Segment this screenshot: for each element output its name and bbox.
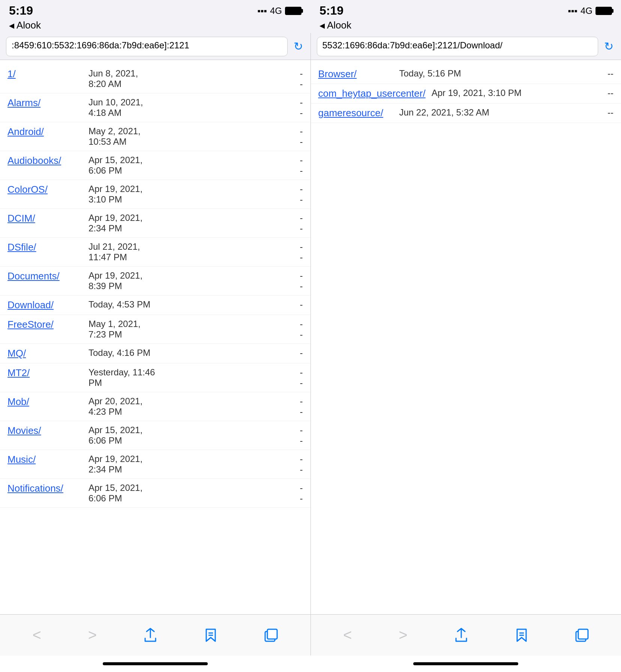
forward-button-right[interactable]: > xyxy=(396,624,410,646)
back-label-left: Alook xyxy=(16,20,41,31)
tabs-button-left[interactable] xyxy=(261,626,281,645)
share-button-right[interactable] xyxy=(452,625,471,646)
file-link[interactable]: ColorOS/ xyxy=(8,184,82,195)
file-date: Jul 21, 2021, 11:47 PM xyxy=(88,242,294,262)
file-link[interactable]: Mob/ xyxy=(8,396,82,408)
time-right: 5:19 xyxy=(320,4,344,18)
chevron-right-icon: ◂ xyxy=(320,19,325,32)
file-link[interactable]: gameresource/ xyxy=(318,107,393,119)
status-bar: 5:19 ▪▪▪ 4G ◂ Alook 5:19 ▪▪▪ 4G ◂ Alook xyxy=(0,0,621,33)
signal-icon-left: ▪▪▪ xyxy=(257,6,267,16)
list-item: MT2/ Yesterday, 11:46 PM - - xyxy=(0,363,310,392)
share-button-left[interactable] xyxy=(141,625,160,646)
file-link[interactable]: Alarms/ xyxy=(8,97,82,109)
file-link[interactable]: MQ/ xyxy=(8,348,82,359)
file-size1: - xyxy=(300,213,303,223)
reload-btn-left[interactable]: ↻ xyxy=(292,38,304,54)
file-date: Apr 19, 2021, 8:39 PM xyxy=(88,270,294,291)
file-size: -- xyxy=(608,107,614,118)
list-item: Documents/ Apr 19, 2021, 8:39 PM - - xyxy=(0,267,310,296)
bookmarks-button-left[interactable] xyxy=(201,625,220,646)
file-size1: - xyxy=(300,319,303,329)
file-link[interactable]: Documents/ xyxy=(8,270,82,282)
file-size1: - xyxy=(300,68,303,79)
file-size1: - xyxy=(300,367,303,378)
file-date: Today, 5:16 PM xyxy=(399,68,602,79)
list-item: MQ/ Today, 4:16 PM - xyxy=(0,344,310,363)
file-size2: - xyxy=(300,464,303,475)
file-date: Jun 8, 2021, 8:20 AM xyxy=(88,68,294,89)
file-link[interactable]: 1/ xyxy=(8,68,82,80)
file-date: Today, 4:16 PM xyxy=(88,348,294,358)
file-size2: - xyxy=(300,108,303,118)
file-date: May 1, 2021, 7:23 PM xyxy=(88,319,294,340)
file-link[interactable]: Movies/ xyxy=(8,425,82,436)
status-icons-right: ▪▪▪ 4G xyxy=(568,6,612,16)
chevron-left-icon: ◂ xyxy=(9,19,14,32)
file-size1: - xyxy=(300,396,303,406)
file-size2: - xyxy=(300,252,303,262)
file-date: Apr 20, 2021, 4:23 PM xyxy=(88,396,294,417)
status-bar-left: 5:19 ▪▪▪ 4G ◂ Alook xyxy=(0,0,310,33)
file-link[interactable]: com_heytap_usercenter/ xyxy=(318,88,426,99)
file-size: -- xyxy=(608,68,614,79)
file-size2: - xyxy=(300,281,303,291)
time-left: 5:19 xyxy=(9,4,33,18)
bookmarks-button-right[interactable] xyxy=(512,625,531,646)
back-nav-left[interactable]: ◂ Alook xyxy=(9,19,302,32)
reload-btn-right[interactable]: ↻ xyxy=(603,38,615,54)
list-item: Notifications/ Apr 15, 2021, 6:06 PM - - xyxy=(0,479,310,508)
file-size1: - xyxy=(300,126,303,136)
file-link-download[interactable]: Download/ xyxy=(8,299,82,311)
file-date: Apr 19, 2021, 2:34 PM xyxy=(88,213,294,234)
file-size1: - xyxy=(300,270,303,281)
file-link[interactable]: Audiobooks/ xyxy=(8,155,82,166)
file-link[interactable]: Android/ xyxy=(8,126,82,138)
file-link[interactable]: FreeStore/ xyxy=(8,319,82,330)
file-link[interactable]: DCIM/ xyxy=(8,213,82,224)
back-button-left[interactable]: < xyxy=(29,624,44,646)
browser-container: :8459:610:5532:1696:86da:7b9d:ea6e]:2121… xyxy=(0,33,621,614)
file-size1: - xyxy=(300,348,303,358)
file-link[interactable]: Music/ xyxy=(8,454,82,465)
file-size1: - xyxy=(300,184,303,194)
list-item: Browser/ Today, 5:16 PM -- xyxy=(311,64,621,84)
status-bar-right: 5:19 ▪▪▪ 4G ◂ Alook xyxy=(310,0,621,33)
url-bar-right: 5532:1696:86da:7b9d:ea6e]:2121/Download/… xyxy=(311,33,621,60)
list-item: DSfile/ Jul 21, 2021, 11:47 PM - - xyxy=(0,238,310,267)
file-size1: - xyxy=(300,97,303,108)
file-size2: - xyxy=(300,406,303,417)
file-size1: - xyxy=(300,454,303,464)
back-nav-right[interactable]: ◂ Alook xyxy=(320,19,612,32)
list-item: gameresource/ Jun 22, 2021, 5:32 AM -- xyxy=(311,104,621,123)
file-size2: - xyxy=(300,223,303,234)
svg-rect-7 xyxy=(578,629,588,639)
list-item: Audiobooks/ Apr 15, 2021, 6:06 PM - - xyxy=(0,151,310,180)
list-item: com_heytap_usercenter/ Apr 19, 2021, 3:1… xyxy=(311,84,621,104)
file-date: Apr 15, 2021, 6:06 PM xyxy=(88,483,294,504)
url-bar-left: :8459:610:5532:1696:86da:7b9d:ea6e]:2121… xyxy=(0,33,310,60)
file-date: Apr 15, 2021, 6:06 PM xyxy=(88,425,294,446)
home-indicators xyxy=(0,656,621,672)
list-item: DCIM/ Apr 19, 2021, 2:34 PM - - xyxy=(0,209,310,238)
file-link[interactable]: MT2/ xyxy=(8,367,82,379)
network-type-right: 4G xyxy=(580,6,592,16)
file-link[interactable]: Browser/ xyxy=(318,68,393,80)
file-link[interactable]: DSfile/ xyxy=(8,242,82,253)
url-input-right[interactable]: 5532:1696:86da:7b9d:ea6e]:2121/Download/ xyxy=(317,37,598,56)
file-link[interactable]: Notifications/ xyxy=(8,483,82,494)
toolbar-left: < > xyxy=(0,615,310,656)
browser-pane-right: 5532:1696:86da:7b9d:ea6e]:2121/Download/… xyxy=(311,33,621,614)
file-size1: - xyxy=(300,242,303,252)
file-date: Today, 4:53 PM xyxy=(88,299,294,310)
url-input-left[interactable]: :8459:610:5532:1696:86da:7b9d:ea6e]:2121 xyxy=(6,37,288,56)
file-size2: - xyxy=(300,194,303,205)
browser-pane-left: :8459:610:5532:1696:86da:7b9d:ea6e]:2121… xyxy=(0,33,310,614)
list-item: ColorOS/ Apr 19, 2021, 3:10 PM - - xyxy=(0,180,310,209)
tabs-button-right[interactable] xyxy=(572,626,592,645)
forward-button-left[interactable]: > xyxy=(85,624,100,646)
file-size2: - xyxy=(300,435,303,446)
back-button-right[interactable]: < xyxy=(340,624,355,646)
file-date: Apr 19, 2021, 3:10 PM xyxy=(88,184,294,205)
file-size1: - xyxy=(300,155,303,165)
